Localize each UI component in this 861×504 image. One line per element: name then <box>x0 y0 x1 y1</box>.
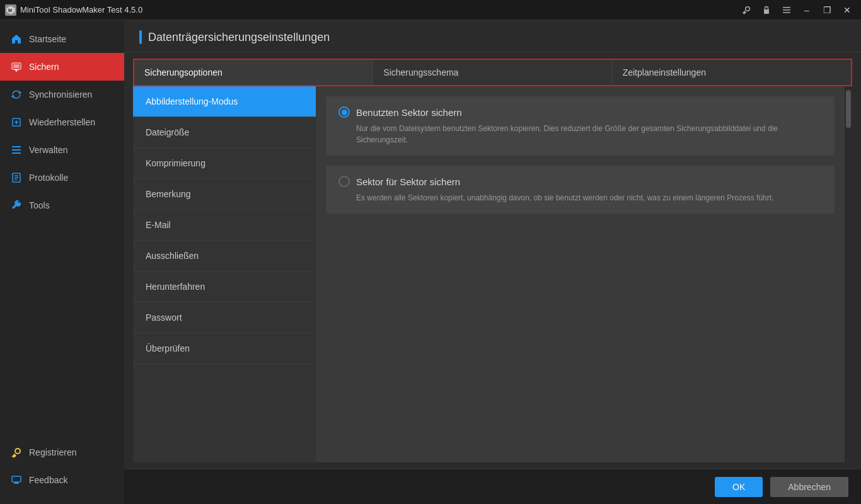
sidebar-item-wiederherstellen[interactable]: Wiederherstellen <box>0 108 124 136</box>
menu-item-dateigroesse[interactable]: Dateigröße <box>133 117 316 148</box>
app-title-text: MiniTool ShadowMaker Test 4.5.0 <box>20 5 142 14</box>
feedback-icon <box>10 474 23 486</box>
svg-text:M: M <box>8 8 12 13</box>
sync-icon <box>10 88 23 101</box>
menu-item-ueberpruefen[interactable]: Überprüfen <box>133 333 316 364</box>
option-title-benutzten: Benutzten Sektor sichern <box>356 107 462 118</box>
tools-icon <box>10 199 23 212</box>
cancel-button[interactable]: Abbrechen <box>770 477 848 497</box>
home-icon <box>10 33 23 45</box>
sidebar: Startseite Sichern Synchronisieren Wiede… <box>0 20 124 504</box>
svg-rect-11 <box>12 149 21 151</box>
ok-button[interactable]: OK <box>715 477 763 497</box>
svg-rect-14 <box>12 476 21 482</box>
restore-icon <box>10 116 23 129</box>
left-menu: Abbilderstellung-Modus Dateigröße Kompri… <box>133 86 316 462</box>
svg-rect-10 <box>12 146 21 147</box>
menu-item-komprimierung[interactable]: Komprimierung <box>133 148 316 179</box>
option-title-sektor: Sektor für Sektor sichern <box>356 176 460 187</box>
manage-icon <box>10 144 23 156</box>
option-desc-benutzten: Nur die vom Dateisystem benutzten Sektor… <box>338 123 822 146</box>
menu-item-ausschliessen[interactable]: Ausschließen <box>133 241 316 272</box>
log-icon <box>10 171 23 184</box>
svg-point-8 <box>16 71 17 72</box>
backup-icon <box>10 60 23 73</box>
window-controls: – ❐ ✕ <box>737 3 856 18</box>
app-body: Startseite Sichern Synchronisieren Wiede… <box>0 20 861 504</box>
sidebar-item-feedback[interactable]: Feedback <box>0 466 124 494</box>
menu-item-passwort[interactable]: Passwort <box>133 302 316 333</box>
app-title: M MiniTool ShadowMaker Test 4.5.0 <box>5 4 142 16</box>
tab-sicherungsschema[interactable]: Sicherungsschema <box>373 60 612 85</box>
menu-icon[interactable] <box>778 3 795 18</box>
menu-item-email[interactable]: E-Mail <box>133 210 316 241</box>
svg-rect-2 <box>764 9 769 14</box>
content-area: Datenträgersicherungseinstellungen Siche… <box>124 20 861 504</box>
panel-container: Abbilderstellung-Modus Dateigröße Kompri… <box>133 86 852 462</box>
tab-sicherungsoptionen[interactable]: Sicherungsoptionen <box>134 60 373 85</box>
lock-icon[interactable] <box>758 3 775 18</box>
right-panel: Benutzten Sektor sichern Nur die vom Dat… <box>316 86 845 462</box>
sidebar-item-tools[interactable]: Tools <box>0 192 124 219</box>
tab-zeitplaneinstellungen[interactable]: Zeitplaneinstellungen <box>613 60 851 85</box>
scrollbar-track[interactable] <box>845 86 852 462</box>
radio-sektor-fuer-sektor[interactable] <box>338 176 350 187</box>
menu-item-bemerkung[interactable]: Bemerkung <box>133 179 316 210</box>
option-card-sektor-fuer-sektor[interactable]: Sektor für Sektor sichern Es werden alle… <box>326 166 835 214</box>
option-header-benutzten: Benutzten Sektor sichern <box>338 106 822 118</box>
page-header: Datenträgersicherungseinstellungen <box>124 20 861 52</box>
svg-rect-3 <box>783 7 790 8</box>
tab-bar: Sicherungsoptionen Sicherungsschema Zeit… <box>133 59 852 86</box>
close-button[interactable]: ✕ <box>838 3 856 18</box>
menu-item-herunterfahren[interactable]: Herunterfahren <box>133 272 316 302</box>
sidebar-item-sichern[interactable]: Sichern <box>0 53 124 81</box>
key-sidebar-icon <box>10 446 23 459</box>
svg-rect-5 <box>783 12 790 13</box>
radio-benutzten-sektor[interactable] <box>338 106 350 118</box>
sidebar-item-verwalten[interactable]: Verwalten <box>0 136 124 164</box>
sidebar-bottom: Registrieren Feedback <box>0 438 124 504</box>
menu-item-abbilderstellung[interactable]: Abbilderstellung-Modus <box>133 86 316 117</box>
svg-rect-4 <box>783 9 790 11</box>
sidebar-item-protokolle[interactable]: Protokolle <box>0 164 124 192</box>
sidebar-item-startseite[interactable]: Startseite <box>0 25 124 53</box>
svg-rect-7 <box>13 64 20 68</box>
sidebar-item-registrieren[interactable]: Registrieren <box>0 438 124 466</box>
app-logo-icon: M <box>5 4 16 16</box>
page-title: Datenträgersicherungseinstellungen <box>148 31 330 44</box>
option-card-benutzten-sektor[interactable]: Benutzten Sektor sichern Nur die vom Dat… <box>326 96 835 156</box>
footer: OK Abbrechen <box>124 469 861 504</box>
minimize-button[interactable]: – <box>798 3 816 18</box>
option-header-sektor: Sektor für Sektor sichern <box>338 176 822 187</box>
scrollbar-thumb[interactable] <box>846 90 851 128</box>
page-title-bar <box>139 30 142 44</box>
maximize-button[interactable]: ❐ <box>818 3 836 18</box>
key-icon[interactable] <box>737 3 755 18</box>
svg-rect-12 <box>12 152 21 154</box>
titlebar: M MiniTool ShadowMaker Test 4.5.0 – ❐ ✕ <box>0 0 861 20</box>
option-desc-sektor: Es werden alle Sektoren kopiert, unabhän… <box>338 192 822 203</box>
sidebar-item-synchronisieren[interactable]: Synchronisieren <box>0 81 124 108</box>
